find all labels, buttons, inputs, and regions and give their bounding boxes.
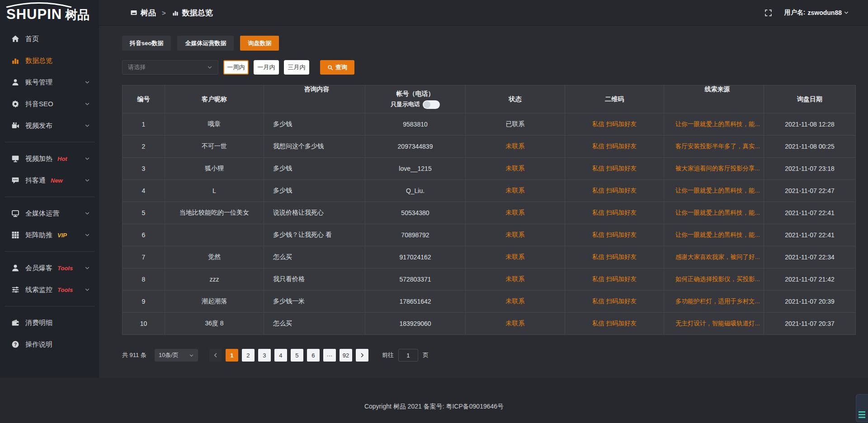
qr-link[interactable]: 私信 扫码加好友 — [592, 253, 637, 261]
table-row: 8 zzz 我只看价格 572803371 未联系 私信 扫码加好友 如何正确选… — [123, 268, 855, 291]
cell-account: 572803371 — [365, 268, 466, 291]
sidebar-item[interactable]: 视频加热 Hot — [0, 148, 99, 169]
source-link[interactable]: 无主灯设计，智能磁吸轨道灯... — [675, 320, 760, 328]
cell-id: 4 — [123, 180, 165, 202]
source-link[interactable]: 多功能护栏灯，适用于乡村文... — [675, 297, 760, 306]
qr-link[interactable]: 私信 扫码加好友 — [592, 209, 637, 217]
cell-account: 178651642 — [365, 291, 466, 313]
arrow-right-icon — [359, 352, 365, 358]
cell-content: 多少钱 — [264, 158, 365, 180]
cell-qr: 私信 扫码加好友 — [565, 113, 664, 136]
toggle-knob — [424, 101, 430, 108]
qr-link[interactable]: 私信 扫码加好友 — [592, 275, 637, 283]
chevron-down-icon — [85, 265, 90, 271]
sidebar-item[interactable]: 会员爆客 Tools — [0, 257, 99, 279]
filter-select[interactable]: 请选择 — [122, 60, 218, 75]
floating-widget[interactable] — [856, 394, 868, 422]
qr-link[interactable]: 私信 扫码加好友 — [592, 320, 637, 328]
cell-nickname: 潮起潮落 — [165, 291, 264, 313]
page-button[interactable]: 1 — [226, 349, 238, 362]
cell-nickname — [165, 224, 264, 246]
cell-id: 7 — [123, 246, 165, 268]
source-link[interactable]: 让你一眼就爱上的黑科技，能... — [675, 120, 760, 128]
tab[interactable]: 抖音seo数据 — [122, 36, 171, 51]
date-range-button[interactable]: 三月内 — [284, 60, 309, 75]
page-button[interactable]: 4 — [274, 349, 287, 362]
table-row: 3 狐小狸 多少钱 love__1215 未联系 私信 扫码加好友 被大家追着问… — [123, 158, 855, 180]
screen-icon — [11, 155, 19, 163]
search-button[interactable]: 查询 — [320, 60, 354, 75]
sidebar-item[interactable]: 抖客通 New — [0, 169, 99, 191]
phone-only-row: 只显示电话 — [391, 100, 440, 109]
prev-page-button[interactable] — [209, 349, 222, 362]
table-row: 2 不可一世 我想问这个多少钱 2097344839 未联系 私信 扫码加好友 … — [123, 136, 855, 158]
qr-link[interactable]: 私信 扫码加好友 — [592, 142, 637, 150]
chevron-down-icon — [189, 353, 194, 358]
qr-link[interactable]: 私信 扫码加好友 — [592, 231, 637, 239]
sidebar-item[interactable]: 抖音SEO — [0, 93, 99, 115]
cell-nickname: 36度 8 — [165, 313, 264, 335]
table-row: 7 觉然 怎么买 917024162 未联系 私信 扫码加好友 感谢大家喜欢我家… — [123, 246, 855, 268]
cell-qr: 私信 扫码加好友 — [565, 246, 664, 268]
page-button[interactable]: 92 — [340, 349, 352, 362]
sidebar-item[interactable]: 消费明细 — [0, 312, 99, 334]
breadcrumb-item-home[interactable]: 树品 — [141, 8, 156, 18]
next-page-button[interactable] — [356, 349, 368, 362]
content: 抖音seo数据 全媒体运营数据 询盘数据 请选择 一周内 一月 — [99, 26, 868, 378]
cell-date: 2021-11-08 00:25 — [764, 136, 855, 158]
sidebar-item[interactable]: 数据总览 — [0, 50, 99, 71]
date-range-button[interactable]: 一月内 — [254, 60, 279, 75]
cell-date: 2021-11-07 23:18 — [764, 158, 855, 180]
table-row: 4 L 多少钱 Q_Liu. 未联系 私信 扫码加好友 让你一眼就爱上的黑科技，… — [123, 180, 855, 202]
chevron-down-icon — [85, 287, 90, 292]
sidebar-item[interactable]: 账号管理 — [0, 71, 99, 93]
sidebar-item-label: 矩阵助推 — [25, 231, 52, 240]
table-row: 9 潮起潮落 多少钱一米 178651642 未联系 私信 扫码加好友 多功能护… — [123, 291, 855, 313]
source-link[interactable]: 让你一眼就爱上的黑科技，能... — [675, 231, 760, 239]
source-link[interactable]: 客厅安装投影半年多了，真实... — [675, 142, 760, 150]
sidebar-item[interactable]: 全媒体运营 — [0, 202, 99, 224]
source-link[interactable]: 如何正确选择投影仪，买投影... — [675, 275, 760, 283]
tab[interactable]: 询盘数据 — [240, 36, 279, 51]
date-range-button[interactable]: 一周内 — [223, 60, 249, 75]
page-button[interactable]: 5 — [291, 349, 303, 362]
body-row: SHUPIN 树品 首页 数据总览 — [0, 0, 868, 378]
sidebar-item[interactable]: 矩阵助推 VIP — [0, 224, 99, 246]
sidebar-item[interactable]: 视频发布 — [0, 115, 99, 136]
table-row: 1 哦章 多少钱 9583810 已联系 私信 扫码加好友 让你一眼就爱上的黑科… — [123, 113, 855, 136]
qr-link[interactable]: 私信 扫码加好友 — [592, 164, 637, 173]
page-button[interactable]: 6 — [307, 349, 320, 362]
wallet-icon — [11, 319, 19, 327]
tab[interactable]: 全媒体运营数据 — [177, 36, 234, 51]
qr-link[interactable]: 私信 扫码加好友 — [592, 187, 637, 195]
source-link[interactable]: 被大家追着问的客厅投影分享... — [675, 164, 760, 173]
qr-link[interactable]: 私信 扫码加好友 — [592, 120, 637, 128]
page-button[interactable]: 3 — [258, 349, 271, 362]
page-button[interactable]: ··· — [323, 349, 336, 362]
sidebar-divider — [5, 142, 94, 142]
sidebar-item-label: 抖客通 — [25, 176, 46, 185]
goto-unit: 页 — [423, 351, 429, 359]
cell-date: 2021-11-07 20:39 — [764, 291, 855, 313]
cell-source: 让你一眼就爱上的黑科技，能... — [664, 113, 764, 136]
logo[interactable]: SHUPIN 树品 — [0, 0, 99, 24]
source-link[interactable]: 让你一眼就爱上的黑科技，能... — [675, 187, 760, 195]
source-link[interactable]: 让你一眼就爱上的黑科技，能... — [675, 209, 760, 217]
user-menu[interactable]: 用户名: zswodun88 — [784, 9, 849, 17]
goto-page-input[interactable] — [398, 349, 418, 362]
cell-content: 说说价格让我死心 — [264, 202, 365, 224]
phone-only-toggle[interactable] — [423, 100, 440, 109]
sidebar-item[interactable]: 首页 — [0, 28, 99, 50]
table-header-row: 编号 客户昵称 咨询内容 帐号（电话） 只显示电话 状态 二维码 线索来源 — [123, 85, 855, 113]
sidebar-item[interactable]: 线索监控 Tools — [0, 279, 99, 301]
fullscreen-icon[interactable] — [764, 9, 772, 17]
qr-link[interactable]: 私信 扫码加好友 — [592, 297, 637, 306]
chevron-down-icon — [207, 65, 212, 70]
cell-content: 多少钱？让我死心 看 — [264, 224, 365, 246]
page-size-select[interactable]: 10条/页 — [155, 349, 198, 362]
sidebar-item-label: 操作说明 — [25, 340, 52, 349]
sidebar-item[interactable]: ? 操作说明 — [0, 334, 99, 355]
page-button[interactable]: 2 — [242, 349, 255, 362]
source-link[interactable]: 感谢大家喜欢我家，被问了好... — [675, 253, 760, 261]
cell-qr: 私信 扫码加好友 — [565, 313, 664, 335]
